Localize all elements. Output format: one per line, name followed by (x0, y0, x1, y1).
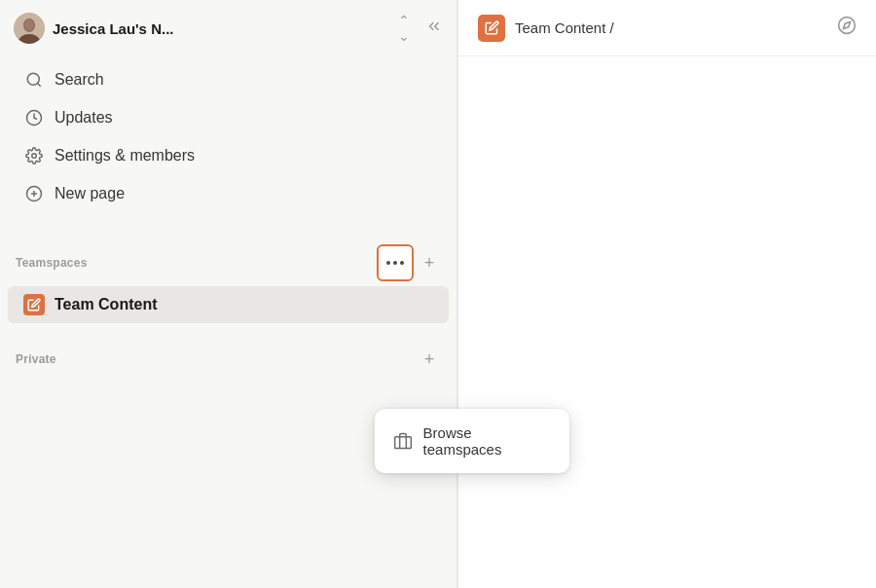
private-section-header: Private + (0, 340, 456, 375)
browse-teamspaces-dropdown: Browse teamspaces (375, 409, 569, 473)
nav-section: Search Updates Settings & members (0, 56, 456, 217)
plus-circle-icon (23, 183, 45, 204)
private-title: Private (16, 352, 56, 366)
svg-point-16 (839, 18, 856, 34)
browse-teamspaces-item[interactable]: Browse teamspaces (381, 415, 564, 467)
svg-marker-17 (843, 21, 850, 28)
updates-label: Updates (55, 109, 113, 127)
sidebar-header: Jessica Lau's N... ⌃⌄ (0, 0, 456, 56)
teamspaces-title: Teamspaces (16, 256, 88, 270)
svg-line-5 (37, 83, 40, 86)
main-header: Team Content / (458, 0, 876, 56)
browse-teamspaces-label: Browse teamspaces (423, 424, 552, 458)
private-add-button[interactable]: + (418, 348, 441, 371)
workspace-name: Jessica Lau's N... (53, 20, 390, 37)
svg-point-7 (32, 154, 37, 159)
clock-icon (23, 107, 45, 129)
svg-point-3 (24, 19, 34, 31)
settings-label: Settings & members (55, 147, 195, 165)
search-label: Search (55, 71, 104, 89)
breadcrumb: Team Content / (515, 19, 614, 36)
chevron-updown-icon[interactable]: ⌃⌄ (398, 13, 410, 44)
sidebar-item-settings[interactable]: Settings & members (8, 137, 449, 174)
teamspaces-section-header: Teamspaces + (0, 237, 456, 285)
search-icon (23, 69, 45, 91)
avatar[interactable] (14, 13, 45, 44)
svg-point-4 (27, 73, 39, 85)
sidebar-item-updates[interactable]: Updates (8, 99, 449, 136)
sidebar-item-new-page[interactable]: New page (8, 175, 449, 212)
team-content-breadcrumb-icon (478, 15, 505, 42)
sidebar-item-search[interactable]: Search (8, 61, 449, 98)
team-content-icon (23, 294, 45, 315)
teamspace-item-team-content[interactable]: Team Content (8, 286, 449, 323)
teamspaces-add-button[interactable]: + (418, 251, 441, 275)
compass-icon[interactable] (837, 16, 857, 40)
new-page-label: New page (55, 185, 125, 202)
teamspaces-more-button[interactable] (377, 244, 414, 281)
team-content-label: Team Content (55, 296, 157, 313)
svg-rect-11 (394, 437, 411, 449)
building-icon (392, 430, 414, 452)
main-content: Team Content / (458, 0, 876, 588)
collapse-sidebar-button[interactable] (425, 18, 443, 39)
gear-icon (23, 145, 45, 166)
teamspaces-actions: + (377, 244, 441, 281)
more-dots-icon (386, 261, 404, 265)
sidebar: Jessica Lau's N... ⌃⌄ Search (0, 0, 457, 588)
